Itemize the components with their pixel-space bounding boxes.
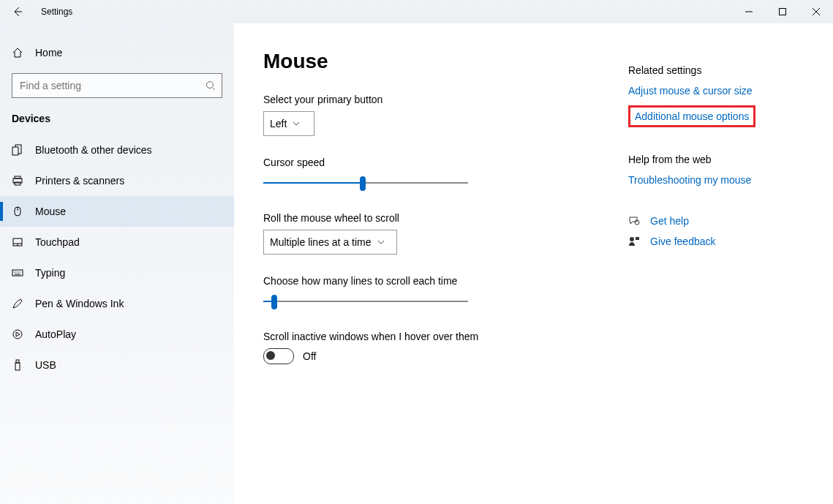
svg-rect-15 xyxy=(636,237,639,240)
keyboard-icon xyxy=(12,267,23,279)
sidebar-home[interactable]: Home xyxy=(0,41,234,64)
link-adjust-cursor[interactable]: Adjust mouse & cursor size xyxy=(628,85,818,97)
feedback-link[interactable]: Give feedback xyxy=(650,236,716,247)
inactive-scroll-toggle[interactable] xyxy=(263,348,294,364)
svg-rect-5 xyxy=(15,176,20,178)
feedback-row[interactable]: Give feedback xyxy=(628,236,818,247)
svg-rect-9 xyxy=(12,270,23,276)
related-heading: Related settings xyxy=(628,64,818,76)
get-help-row[interactable]: Get help xyxy=(628,215,818,227)
page-heading: Mouse xyxy=(263,50,599,73)
search-input[interactable] xyxy=(12,73,222,98)
main-content: Mouse Select your primary button Left Cu… xyxy=(234,23,628,504)
lines-label: Choose how many lines to scroll each tim… xyxy=(263,275,599,287)
primary-button-value: Left xyxy=(270,118,287,129)
sidebar-item-autoplay[interactable]: AutoPlay xyxy=(0,319,234,350)
scroll-mode-label: Roll the mouse wheel to scroll xyxy=(263,212,599,224)
mouse-icon xyxy=(12,206,23,217)
devices-icon xyxy=(12,144,23,156)
svg-rect-11 xyxy=(15,363,20,370)
scroll-mode-select[interactable]: Multiple lines at a time xyxy=(263,230,397,255)
scroll-mode-value: Multiple lines at a time xyxy=(270,236,372,248)
chevron-down-icon xyxy=(377,240,385,244)
svg-rect-0 xyxy=(780,9,786,15)
sidebar-item-label: Typing xyxy=(35,267,65,279)
sidebar-item-pen[interactable]: Pen & Windows Ink xyxy=(0,288,234,319)
minimize-button[interactable] xyxy=(732,0,766,23)
sidebar-item-usb[interactable]: USB xyxy=(0,350,234,380)
usb-icon xyxy=(12,359,23,371)
window-title: Settings xyxy=(41,7,72,17)
sidebar-home-label: Home xyxy=(35,47,62,59)
inactive-scroll-label: Scroll inactive windows when I hover ove… xyxy=(263,331,599,342)
svg-point-14 xyxy=(630,237,634,241)
sidebar-item-label: Bluetooth & other devices xyxy=(35,144,152,156)
lines-slider[interactable] xyxy=(263,293,468,310)
inactive-scroll-state: Off xyxy=(303,350,316,362)
titlebar: Settings xyxy=(0,0,833,23)
sidebar-item-bluetooth[interactable]: Bluetooth & other devices xyxy=(0,135,234,165)
sidebar-item-label: Printers & scanners xyxy=(35,175,124,187)
link-troubleshoot-mouse[interactable]: Troubleshooting my mouse xyxy=(628,174,818,186)
primary-button-select[interactable]: Left xyxy=(263,111,314,136)
printer-icon xyxy=(12,175,23,187)
cursor-speed-slider[interactable] xyxy=(263,174,468,192)
sidebar-item-label: AutoPlay xyxy=(35,328,76,340)
home-icon xyxy=(12,47,23,59)
sidebar-item-mouse[interactable]: Mouse xyxy=(0,196,234,227)
link-additional-mouse-options[interactable]: Additional mouse options xyxy=(628,105,755,127)
sidebar-item-label: Pen & Windows Ink xyxy=(35,298,124,309)
sidebar-category: Devices xyxy=(0,113,234,135)
close-button[interactable] xyxy=(799,0,833,23)
svg-rect-12 xyxy=(16,360,19,363)
sidebar-item-label: Mouse xyxy=(35,206,66,217)
svg-point-10 xyxy=(13,330,22,339)
touchpad-icon xyxy=(12,236,23,248)
sidebar: Home Devices Bluetooth & other devices P… xyxy=(0,23,234,504)
back-button[interactable] xyxy=(0,0,35,23)
maximize-button[interactable] xyxy=(766,0,799,23)
sidebar-item-touchpad[interactable]: Touchpad xyxy=(0,227,234,257)
feedback-icon xyxy=(628,236,641,247)
primary-button-label: Select your primary button xyxy=(263,94,599,105)
svg-rect-3 xyxy=(12,147,18,155)
cursor-speed-label: Cursor speed xyxy=(263,157,599,168)
search-field[interactable] xyxy=(18,79,206,92)
sidebar-item-typing[interactable]: Typing xyxy=(0,257,234,288)
autoplay-icon xyxy=(12,328,23,340)
get-help-link[interactable]: Get help xyxy=(650,215,689,227)
pen-icon xyxy=(12,298,23,309)
sidebar-item-label: Touchpad xyxy=(35,236,80,248)
sidebar-item-label: USB xyxy=(35,359,56,371)
svg-point-1 xyxy=(207,82,214,89)
sidebar-item-printers[interactable]: Printers & scanners xyxy=(0,165,234,196)
search-icon xyxy=(206,80,216,91)
chat-icon xyxy=(628,215,641,227)
related-pane: Related settings Adjust mouse & cursor s… xyxy=(628,23,833,504)
help-heading: Help from the web xyxy=(628,154,818,165)
chevron-down-icon xyxy=(293,121,300,126)
